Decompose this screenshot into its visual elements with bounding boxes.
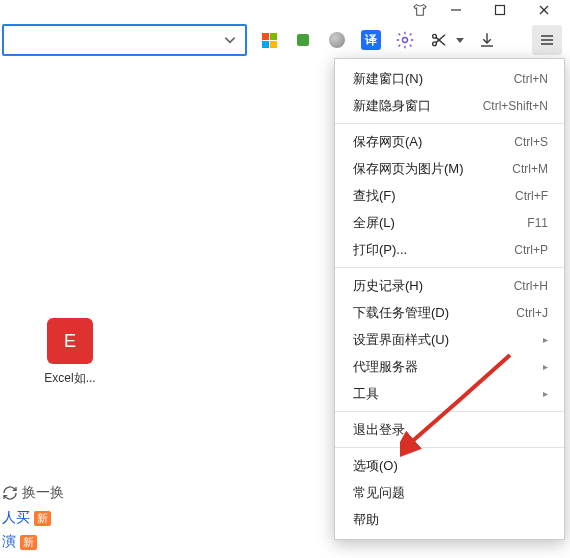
menu-item-label: 新建隐身窗口: [353, 97, 431, 115]
menu-item-label: 历史记录(H): [353, 277, 423, 295]
menu-item-shortcut: Ctrl+S: [514, 135, 548, 149]
menu-item[interactable]: 历史记录(H)Ctrl+H: [335, 272, 564, 299]
menu-item-label: 下载任务管理(D): [353, 304, 449, 322]
menu-item-shortcut: Ctrl+J: [516, 306, 548, 320]
menu-item[interactable]: 全屏(L)F11: [335, 209, 564, 236]
tile-label: Excel如...: [44, 370, 95, 387]
refresh-label: 换一换: [22, 484, 64, 502]
menu-item-shortcut: Ctrl+M: [512, 162, 548, 176]
maximize-button[interactable]: [478, 0, 522, 20]
menu-item[interactable]: 帮助: [335, 506, 564, 533]
main-menu: 新建窗口(N)Ctrl+N新建隐身窗口Ctrl+Shift+N保存网页(A)Ct…: [334, 58, 565, 540]
menu-item[interactable]: 常见问题: [335, 479, 564, 506]
svg-point-4: [403, 38, 408, 43]
caret-icon[interactable]: [455, 28, 465, 52]
menu-item-shortcut: F11: [527, 216, 548, 230]
menu-item[interactable]: 新建隐身窗口Ctrl+Shift+N: [335, 92, 564, 119]
svg-marker-9: [456, 38, 464, 43]
menu-item[interactable]: 新建窗口(N)Ctrl+N: [335, 65, 564, 92]
menu-item-label: 保存网页为图片(M): [353, 160, 464, 178]
menu-item[interactable]: 查找(F)Ctrl+F: [335, 182, 564, 209]
menu-separator: [335, 447, 564, 448]
menu-separator: [335, 411, 564, 412]
menu-item-label: 代理服务器: [353, 358, 418, 376]
menu-item-label: 保存网页(A): [353, 133, 422, 151]
list-item[interactable]: 演新: [0, 530, 104, 554]
menu-item-shortcut: Ctrl+P: [514, 243, 548, 257]
menu-item-label: 常见问题: [353, 484, 405, 502]
settings-gear-icon[interactable]: [393, 28, 417, 52]
refresh-row[interactable]: 换一换: [0, 480, 104, 506]
menu-item-label: 全屏(L): [353, 214, 395, 232]
extension-icon[interactable]: [291, 28, 315, 52]
menu-item[interactable]: 打印(P)...Ctrl+P: [335, 236, 564, 263]
menu-separator: [335, 123, 564, 124]
apps-icon[interactable]: [257, 28, 281, 52]
menu-item[interactable]: 代理服务器: [335, 353, 564, 380]
close-button[interactable]: [522, 0, 566, 20]
refresh-icon: [2, 485, 18, 501]
list-item[interactable]: 新政新: [0, 554, 104, 558]
menu-item-label: 工具: [353, 385, 379, 403]
menu-item-label: 查找(F): [353, 187, 396, 205]
translate-icon[interactable]: 译: [359, 28, 383, 52]
menu-item[interactable]: 工具: [335, 380, 564, 407]
menu-item-label: 设置界面样式(U): [353, 331, 449, 349]
list-item[interactable]: 人买新: [0, 506, 104, 530]
chevron-down-icon[interactable]: [223, 33, 237, 47]
main-menu-button[interactable]: [532, 25, 562, 55]
scissors-icon[interactable]: [427, 28, 451, 52]
browser-toolbar: 译: [0, 20, 570, 60]
menu-item-label: 选项(O): [353, 457, 398, 475]
menu-item[interactable]: 选项(O): [335, 452, 564, 479]
menu-item-shortcut: Ctrl+N: [514, 72, 548, 86]
menu-item-label: 新建窗口(N): [353, 70, 423, 88]
menu-item-label: 帮助: [353, 511, 379, 529]
menu-item[interactable]: 保存网页为图片(M)Ctrl+M: [335, 155, 564, 182]
svg-point-5: [433, 34, 437, 38]
svg-point-6: [433, 42, 437, 46]
skin-icon[interactable]: [406, 0, 434, 20]
window-titlebar: [0, 0, 570, 20]
assistant-icon[interactable]: [325, 28, 349, 52]
menu-separator: [335, 267, 564, 268]
menu-item-label: 打印(P)...: [353, 241, 407, 259]
minimize-button[interactable]: [434, 0, 478, 20]
menu-item-shortcut: Ctrl+H: [514, 279, 548, 293]
menu-item[interactable]: 下载任务管理(D)Ctrl+J: [335, 299, 564, 326]
menu-item[interactable]: 保存网页(A)Ctrl+S: [335, 128, 564, 155]
menu-item-label: 退出登录: [353, 421, 405, 439]
tile-icon: E: [47, 318, 93, 364]
menu-item-shortcut: Ctrl+F: [515, 189, 548, 203]
menu-item-shortcut: Ctrl+Shift+N: [483, 99, 548, 113]
svg-rect-1: [496, 6, 505, 15]
address-bar[interactable]: [2, 24, 247, 56]
download-icon[interactable]: [475, 28, 499, 52]
bookmark-tile[interactable]: E Excel如...: [30, 318, 110, 387]
menu-item[interactable]: 退出登录: [335, 416, 564, 443]
menu-item[interactable]: 设置界面样式(U): [335, 326, 564, 353]
side-panel: 换一换 人买新 演新 新政新 公斤新: [0, 480, 104, 558]
